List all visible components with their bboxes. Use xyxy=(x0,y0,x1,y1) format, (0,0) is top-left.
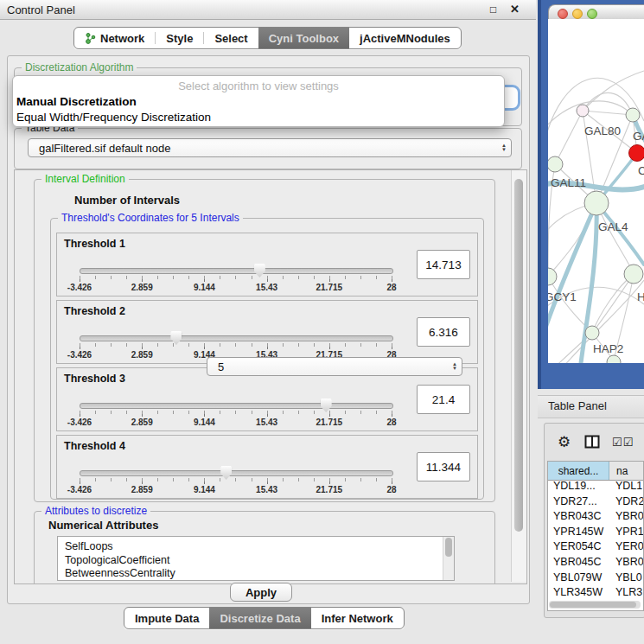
table-cell[interactable]: YBR043C xyxy=(548,510,609,525)
split-columns-icon[interactable] xyxy=(584,435,600,452)
tab-label: Style xyxy=(166,32,193,45)
tab-label: Select xyxy=(214,32,247,45)
tab-jactivemnodules[interactable]: jActiveMNodules xyxy=(349,28,461,48)
network-node-h[interactable] xyxy=(624,265,643,284)
table-cell[interactable]: YDR27... xyxy=(548,495,609,510)
table-cell[interactable]: YDR2 xyxy=(609,495,644,510)
bottom-tab-infer-network[interactable]: Infer Network xyxy=(311,608,404,628)
network-view-canvas[interactable]: GAL80GAL1CGAL11GAL4GCY1HHAP2 xyxy=(548,19,644,363)
table-row[interactable]: YBR045CYBR0 xyxy=(548,556,644,571)
network-node-hap2[interactable] xyxy=(585,326,599,340)
table-cell[interactable]: YPR1 xyxy=(609,526,644,540)
tab-select[interactable]: Select xyxy=(204,28,258,48)
threshold-box: Threshold 2-3.4262.8599.14415.4321.71528… xyxy=(56,300,478,364)
tick-label: 28 xyxy=(386,485,396,494)
tab-label: Discretize Data xyxy=(220,612,300,625)
network-node-gal4[interactable] xyxy=(584,191,609,215)
network-node-label: GAL11 xyxy=(551,176,586,189)
threshold-value-input[interactable]: 6.316 xyxy=(417,317,470,347)
table-column-header[interactable]: shared... xyxy=(548,462,609,480)
algorithm-dropdown-hint: Select algorithm to view settings xyxy=(13,76,504,94)
table-panel-title: Table Panel xyxy=(548,399,607,412)
algorithm-option-equal-width-frequency-discretization[interactable]: Equal Width/Frequency Discretization xyxy=(13,110,504,125)
network-node-gal1[interactable] xyxy=(626,108,640,122)
minimize-traffic-light-icon[interactable] xyxy=(572,9,583,19)
threshold-value-input[interactable]: 21.4 xyxy=(417,385,470,414)
network-node-label: GAL1 xyxy=(633,130,644,143)
network-node-gal80[interactable] xyxy=(577,105,589,117)
threshold-slider-track[interactable] xyxy=(80,268,393,274)
table-row[interactable]: YDL19...YDL1 xyxy=(548,480,644,494)
settings-scroll-panel: Interval Definition Number of Intervals … xyxy=(14,169,527,584)
numerical-attribute-item[interactable]: BetweennessCentrality xyxy=(65,567,175,580)
table-data-combobox[interactable]: galFiltered.sif default node ▲▼ xyxy=(28,138,512,157)
gear-icon[interactable]: ⚙ xyxy=(558,433,571,451)
network-node-gcy1[interactable] xyxy=(548,268,557,285)
table-cell[interactable]: YBL0 xyxy=(609,571,642,586)
tick-label: 2.859 xyxy=(131,350,153,360)
table-row[interactable]: YER054CYER0 xyxy=(548,540,644,555)
tick-label: 2.859 xyxy=(131,283,153,292)
threshold-label: Threshold 4 xyxy=(64,440,125,452)
table-column-header[interactable]: na xyxy=(609,462,644,480)
close-panel-icon[interactable]: ✕ xyxy=(510,3,520,16)
threshold-slider-track[interactable] xyxy=(80,335,393,341)
table-row[interactable]: YDR27...YDR2 xyxy=(548,495,644,510)
bottom-tab-impute-data[interactable]: Impute Data xyxy=(124,608,209,628)
tab-cyni-toolbox[interactable]: Cyni Toolbox xyxy=(258,28,349,48)
bottom-tab-discretize-data[interactable]: Discretize Data xyxy=(209,608,310,628)
table-cell[interactable]: YDL19... xyxy=(548,480,609,494)
zoom-traffic-light-icon[interactable] xyxy=(587,9,597,19)
threshold-slider-track[interactable] xyxy=(80,470,393,476)
threshold-value-input[interactable]: 14.713 xyxy=(417,250,470,279)
tab-style[interactable]: Style xyxy=(156,28,203,48)
apply-button[interactable]: Apply xyxy=(230,583,292,602)
numerical-attributes-list[interactable]: SelfLoopsTopologicalCoefficientBetweenne… xyxy=(57,536,455,581)
table-row[interactable]: YLR345WYLR3 xyxy=(548,586,644,601)
close-traffic-light-icon[interactable] xyxy=(558,9,568,19)
table-cell[interactable]: YBR0 xyxy=(609,556,644,571)
network-node-c[interactable] xyxy=(629,145,644,162)
combobox-spinner-icon: ▲▼ xyxy=(452,362,457,371)
scrollbar-thumb[interactable] xyxy=(445,538,452,557)
table-row[interactable]: YPR145WYPR1 xyxy=(548,526,644,540)
control-panel-tab-bar: NetworkStyleSelectCyni ToolboxjActiveMNo… xyxy=(73,27,462,49)
threshold-box: Threshold 3-3.4262.8599.14415.4321.71528… xyxy=(56,367,478,431)
table-cell[interactable]: YER054C xyxy=(548,540,609,555)
number-of-intervals-combobox[interactable]: 5 ▲▼ xyxy=(207,357,462,376)
table-row[interactable]: YBL079WYBL0 xyxy=(548,571,644,586)
table-cell[interactable]: YLR3 xyxy=(609,586,642,601)
threshold-value-input[interactable]: 11.344 xyxy=(417,452,470,481)
table-cell[interactable]: YBR045C xyxy=(548,556,609,571)
checkbox-icons[interactable]: ☑☑ xyxy=(612,436,634,449)
interval-definition-group: Interval Definition Number of Intervals … xyxy=(34,179,495,502)
table-cell[interactable]: YER0 xyxy=(609,540,644,555)
threshold-label: Threshold 2 xyxy=(64,305,125,317)
attributes-list-scrollbar[interactable] xyxy=(443,537,454,580)
network-node-label: HAP2 xyxy=(593,342,623,355)
threshold-label: Threshold 3 xyxy=(64,373,125,385)
threshold-slider-track[interactable] xyxy=(80,403,393,409)
network-node[interactable] xyxy=(607,355,621,363)
numerical-attribute-item[interactable]: TopologicalCoefficient xyxy=(65,554,169,567)
panel-vertical-scrollbar[interactable] xyxy=(511,170,526,582)
table-row[interactable]: YBR043CYBR0 xyxy=(548,510,644,525)
interval-definition-group-title: Interval Definition xyxy=(41,173,129,185)
table-horizontal-scrollbar[interactable] xyxy=(549,601,641,609)
table-cell[interactable]: YBR0 xyxy=(609,510,644,525)
network-node-label: H xyxy=(637,290,644,303)
network-node-gal11[interactable] xyxy=(548,156,563,172)
table-cell[interactable]: YBL079W xyxy=(548,571,609,586)
number-of-intervals-value: 5 xyxy=(218,360,224,373)
float-window-icon[interactable]: □ xyxy=(490,3,506,16)
scrollbar-thumb[interactable] xyxy=(514,179,523,532)
table-cell[interactable]: YDL1 xyxy=(609,480,642,494)
algorithm-option-manual-discretization[interactable]: Manual Discretization xyxy=(13,94,504,110)
control-panel-titlebar xyxy=(0,0,536,20)
table-cell[interactable]: YPR145W xyxy=(548,526,609,540)
numerical-attribute-item[interactable]: SelfLoops xyxy=(65,540,113,553)
tab-network[interactable]: Network xyxy=(74,28,155,48)
scrollbar-thumb[interactable] xyxy=(550,602,636,608)
tick-label: 9.144 xyxy=(194,418,215,427)
table-cell[interactable]: YLR345W xyxy=(548,586,609,601)
